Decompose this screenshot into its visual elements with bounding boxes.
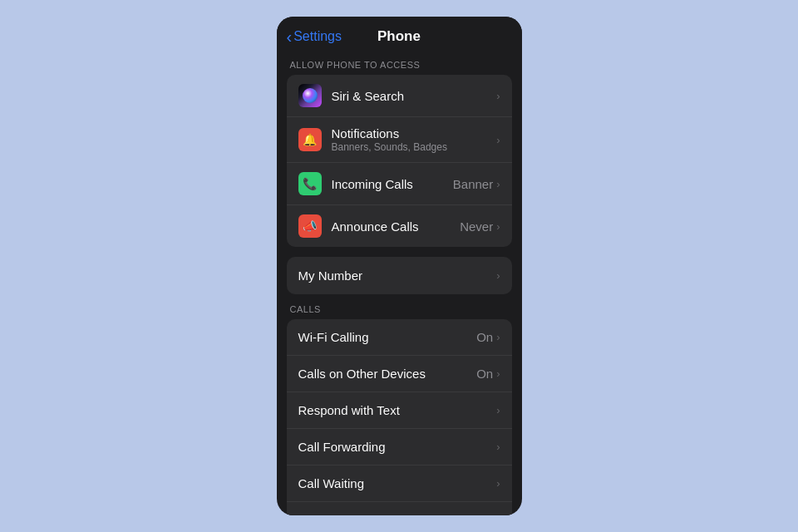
siri-search-content: Siri & Search: [332, 89, 497, 103]
calls-other-devices-item[interactable]: Calls on Other Devices On ›: [287, 356, 512, 392]
show-caller-id-title: Show My Caller ID: [298, 514, 497, 516]
call-waiting-chevron-icon: ›: [496, 477, 500, 490]
my-number-chevron-icon: ›: [496, 269, 500, 282]
back-button[interactable]: ‹ Settings: [287, 28, 342, 45]
show-caller-id-item[interactable]: Show My Caller ID ›: [287, 502, 512, 515]
incoming-calls-icon: 📞: [298, 172, 322, 195]
call-forwarding-content: Call Forwarding: [298, 440, 497, 454]
calls-group: Wi-Fi Calling On › Calls on Other Device…: [287, 319, 512, 515]
incoming-calls-right: Banner ›: [453, 177, 500, 191]
notifications-content: Notifications Banners, Sounds, Badges: [332, 126, 497, 153]
respond-text-item[interactable]: Respond with Text ›: [287, 392, 512, 429]
back-label: Settings: [293, 29, 342, 44]
incoming-calls-value: Banner: [453, 177, 493, 191]
scroll-content[interactable]: ALLOW PHONE TO ACCESS Siri & Search › 🔔: [277, 52, 522, 515]
allow-access-section-label: ALLOW PHONE TO ACCESS: [290, 60, 509, 70]
wifi-calling-title: Wi-Fi Calling: [298, 330, 477, 344]
calls-section-label: CALLS: [290, 304, 509, 314]
call-forwarding-chevron-icon: ›: [496, 441, 500, 453]
siri-icon: [298, 84, 322, 107]
notifications-title: Notifications: [332, 126, 497, 140]
announce-calls-content: Announce Calls: [332, 219, 461, 234]
call-forwarding-item[interactable]: Call Forwarding ›: [287, 429, 512, 466]
notifications-right: ›: [496, 134, 500, 146]
respond-text-content: Respond with Text: [298, 403, 497, 417]
announce-calls-chevron-icon: ›: [496, 220, 500, 233]
calls-other-devices-right: On ›: [476, 367, 500, 381]
call-waiting-title: Call Waiting: [298, 476, 497, 490]
respond-text-right: ›: [496, 404, 500, 416]
incoming-calls-chevron-icon: ›: [496, 178, 500, 190]
announce-calls-right: Never ›: [460, 219, 500, 234]
notifications-item[interactable]: 🔔 Notifications Banners, Sounds, Badges …: [287, 117, 512, 163]
incoming-calls-item[interactable]: 📞 Incoming Calls Banner ›: [287, 163, 512, 205]
incoming-calls-content: Incoming Calls: [332, 177, 453, 191]
my-number-content: My Number: [298, 268, 497, 283]
calls-other-devices-content: Calls on Other Devices: [298, 367, 477, 381]
phone-screen: ‹ Settings Phone ALLOW PHONE TO ACCESS S…: [277, 17, 522, 515]
announce-calls-item[interactable]: 📣 Announce Calls Never ›: [287, 205, 512, 247]
back-chevron-icon: ‹: [287, 28, 293, 45]
wifi-calling-chevron-icon: ›: [496, 331, 500, 343]
announce-calls-title: Announce Calls: [332, 219, 461, 234]
respond-text-title: Respond with Text: [298, 403, 497, 417]
call-forwarding-right: ›: [496, 441, 500, 453]
siri-orb: [303, 88, 318, 103]
wifi-calling-item[interactable]: Wi-Fi Calling On ›: [287, 319, 512, 356]
wifi-calling-right: On ›: [476, 330, 500, 344]
wifi-calling-value: On: [476, 330, 493, 344]
call-waiting-right: ›: [496, 477, 500, 490]
siri-search-right: ›: [496, 90, 500, 102]
show-caller-id-chevron-icon: ›: [496, 515, 500, 516]
navigation-bar: ‹ Settings Phone: [277, 17, 522, 52]
call-waiting-item[interactable]: Call Waiting ›: [287, 466, 512, 502]
call-forwarding-title: Call Forwarding: [298, 440, 497, 454]
siri-search-chevron-icon: ›: [496, 90, 500, 102]
my-number-title: My Number: [298, 268, 497, 283]
calls-other-devices-value: On: [476, 367, 493, 381]
allow-access-group: Siri & Search › 🔔 Notifications Banners,…: [287, 75, 512, 247]
show-caller-id-content: Show My Caller ID: [298, 514, 497, 516]
siri-search-item[interactable]: Siri & Search ›: [287, 75, 512, 117]
notifications-icon: 🔔: [298, 128, 322, 151]
calls-other-devices-chevron-icon: ›: [496, 367, 500, 380]
show-caller-id-right: ›: [496, 515, 500, 516]
my-number-right: ›: [496, 269, 500, 282]
notifications-chevron-icon: ›: [496, 134, 500, 146]
wifi-calling-content: Wi-Fi Calling: [298, 330, 477, 344]
incoming-calls-title: Incoming Calls: [332, 177, 453, 191]
my-number-item[interactable]: My Number ›: [287, 257, 512, 294]
calls-other-devices-title: Calls on Other Devices: [298, 367, 477, 381]
announce-calls-icon: 📣: [298, 214, 322, 238]
call-waiting-content: Call Waiting: [298, 476, 497, 490]
page-title: Phone: [377, 28, 421, 45]
announce-calls-value: Never: [460, 219, 493, 234]
siri-search-title: Siri & Search: [332, 89, 497, 103]
notifications-subtitle: Banners, Sounds, Badges: [332, 141, 497, 153]
respond-text-chevron-icon: ›: [496, 404, 500, 416]
